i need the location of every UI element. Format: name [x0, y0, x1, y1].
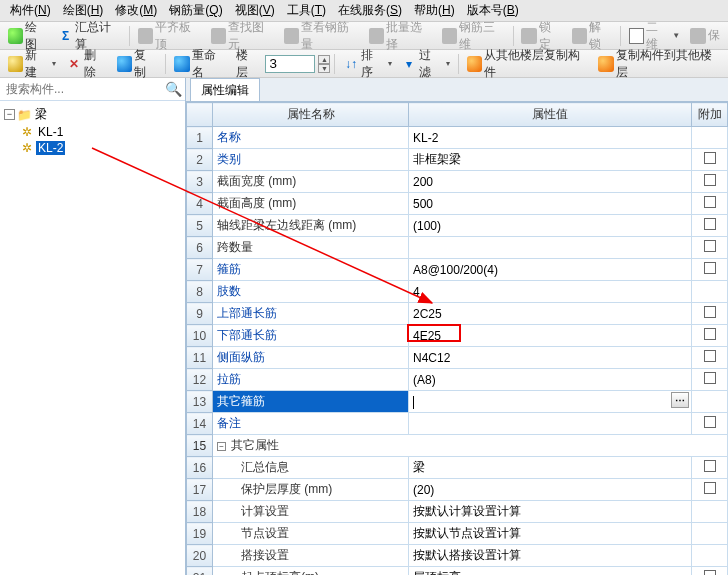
property-row[interactable]: 7箍筋A8@100/200(4) — [187, 259, 728, 281]
property-value-cell[interactable]: 层顶标高 — [409, 567, 692, 576]
row-number[interactable]: 13 — [187, 391, 213, 413]
extra-check-cell[interactable] — [692, 523, 728, 545]
property-name-cell[interactable]: 备注 — [213, 413, 409, 435]
property-row[interactable]: 19节点设置按默认节点设置计算 — [187, 523, 728, 545]
property-name-cell[interactable]: 类别 — [213, 149, 409, 171]
row-number[interactable]: 7 — [187, 259, 213, 281]
checkbox[interactable] — [704, 240, 716, 252]
copy-button[interactable]: 复制 — [113, 53, 162, 75]
menu-view[interactable]: 视图(V) — [229, 2, 281, 19]
property-row[interactable]: 14备注 — [187, 413, 728, 435]
checkbox[interactable] — [704, 416, 716, 428]
row-number[interactable]: 6 — [187, 237, 213, 259]
tree-root-beam[interactable]: − 📁 梁 — [4, 105, 181, 124]
property-name-cell[interactable]: 保护层厚度 (mm) — [213, 479, 409, 501]
property-value-cell[interactable]: 4 — [409, 281, 692, 303]
property-value-cell[interactable]: 按默认计算设置计算 — [409, 501, 692, 523]
property-row[interactable]: 3截面宽度 (mm)200 — [187, 171, 728, 193]
checkbox[interactable] — [704, 152, 716, 164]
property-row[interactable]: 1名称KL-2 — [187, 127, 728, 149]
property-row[interactable]: 16汇总信息梁 — [187, 457, 728, 479]
ellipsis-button[interactable]: ⋯ — [671, 392, 689, 408]
property-value-cell[interactable]: N4C12 — [409, 347, 692, 369]
checkbox[interactable] — [704, 372, 716, 384]
row-number[interactable]: 19 — [187, 523, 213, 545]
extra-check-cell[interactable] — [692, 281, 728, 303]
row-number[interactable]: 21 — [187, 567, 213, 576]
property-name-cell[interactable]: 起点顶标高(m) — [213, 567, 409, 576]
rebar-3d-button[interactable]: 钢筋三维 — [438, 25, 509, 47]
row-number[interactable]: 8 — [187, 281, 213, 303]
delete-button[interactable]: ✕删除 — [62, 53, 111, 75]
sort-button[interactable]: ↓↑排序▾ — [339, 53, 395, 75]
copy-from-floor-button[interactable]: 从其他楼层复制构件 — [463, 53, 593, 75]
extra-check-cell[interactable] — [692, 325, 728, 347]
check-rebar-button[interactable]: 查看钢筋量 — [280, 25, 362, 47]
property-value-cell[interactable]: 200 — [409, 171, 692, 193]
row-number[interactable]: 4 — [187, 193, 213, 215]
property-value-cell[interactable]: 按默认搭接设置计算 — [409, 545, 692, 567]
property-value-cell[interactable]: (100) — [409, 215, 692, 237]
menu-draw[interactable]: 绘图(H) — [57, 2, 110, 19]
col-value-header[interactable]: 属性值 — [409, 103, 692, 127]
row-number[interactable]: 3 — [187, 171, 213, 193]
extra-check-cell[interactable] — [692, 237, 728, 259]
row-number[interactable]: 11 — [187, 347, 213, 369]
batch-select-button[interactable]: 批量选择 — [365, 25, 436, 47]
extra-check-cell[interactable] — [692, 127, 728, 149]
lock-button[interactable]: 锁定 — [517, 25, 565, 47]
property-row[interactable]: 5轴线距梁左边线距离 (mm)(100) — [187, 215, 728, 237]
new-button[interactable]: 新建▾ — [4, 53, 60, 75]
property-name-cell[interactable]: 拉筋 — [213, 369, 409, 391]
menu-online[interactable]: 在线服务(S) — [332, 2, 408, 19]
row-number[interactable]: 12 — [187, 369, 213, 391]
property-value-cell[interactable]: ⋯ — [409, 391, 692, 413]
property-row[interactable]: 4截面高度 (mm)500 — [187, 193, 728, 215]
extra-check-cell[interactable] — [692, 369, 728, 391]
floor-input[interactable] — [265, 55, 315, 73]
unlock-button[interactable]: 解锁 — [568, 25, 616, 47]
extra-check-cell[interactable] — [692, 501, 728, 523]
property-name-cell[interactable]: 名称 — [213, 127, 409, 149]
menu-component[interactable]: 构件(N) — [4, 2, 57, 19]
checkbox[interactable] — [704, 570, 716, 575]
property-value-cell[interactable]: 按默认节点设置计算 — [409, 523, 692, 545]
menu-rebar[interactable]: 钢筋量(Q) — [163, 2, 228, 19]
property-row[interactable]: 6跨数量 — [187, 237, 728, 259]
row-number[interactable]: 18 — [187, 501, 213, 523]
property-name-cell[interactable]: 轴线距梁左边线距离 (mm) — [213, 215, 409, 237]
extra-check-cell[interactable] — [692, 457, 728, 479]
property-name-cell[interactable]: 其它箍筋 — [213, 391, 409, 413]
sum-button[interactable]: Σ汇总计算 — [54, 25, 125, 47]
row-number[interactable]: 9 — [187, 303, 213, 325]
extra-check-cell[interactable] — [692, 545, 728, 567]
extra-check-cell[interactable] — [692, 193, 728, 215]
menu-modify[interactable]: 修改(M) — [109, 2, 163, 19]
property-row[interactable]: 13其它箍筋⋯ — [187, 391, 728, 413]
property-value-cell[interactable]: 500 — [409, 193, 692, 215]
property-row[interactable]: 10下部通长筋4E25 — [187, 325, 728, 347]
property-name-cell[interactable]: 下部通长筋 — [213, 325, 409, 347]
property-name-cell[interactable]: 跨数量 — [213, 237, 409, 259]
property-value-cell[interactable]: (20) — [409, 479, 692, 501]
property-row[interactable]: 2类别非框架梁 — [187, 149, 728, 171]
checkbox[interactable] — [704, 350, 716, 362]
row-number[interactable]: 14 — [187, 413, 213, 435]
property-name-cell[interactable]: 截面高度 (mm) — [213, 193, 409, 215]
property-value-cell[interactable] — [409, 237, 692, 259]
group-toggle-icon[interactable]: − — [217, 442, 226, 451]
property-row[interactable]: 8肢数4 — [187, 281, 728, 303]
property-row[interactable]: 11侧面纵筋N4C12 — [187, 347, 728, 369]
filter-button[interactable]: ▾过滤▾ — [398, 53, 454, 75]
checkbox[interactable] — [704, 460, 716, 472]
extra-check-cell[interactable] — [692, 347, 728, 369]
checkbox[interactable] — [704, 218, 716, 230]
extra-check-cell[interactable] — [692, 259, 728, 281]
property-name-cell[interactable]: 截面宽度 (mm) — [213, 171, 409, 193]
tree-item-kl1[interactable]: ✲ KL-1 — [20, 124, 181, 140]
property-name-cell[interactable]: 侧面纵筋 — [213, 347, 409, 369]
row-number[interactable]: 5 — [187, 215, 213, 237]
menu-version[interactable]: 版本号(B) — [461, 2, 525, 19]
property-row[interactable]: 21起点顶标高(m)层顶标高 — [187, 567, 728, 576]
floor-spinner[interactable]: ▲▼ — [318, 55, 330, 73]
